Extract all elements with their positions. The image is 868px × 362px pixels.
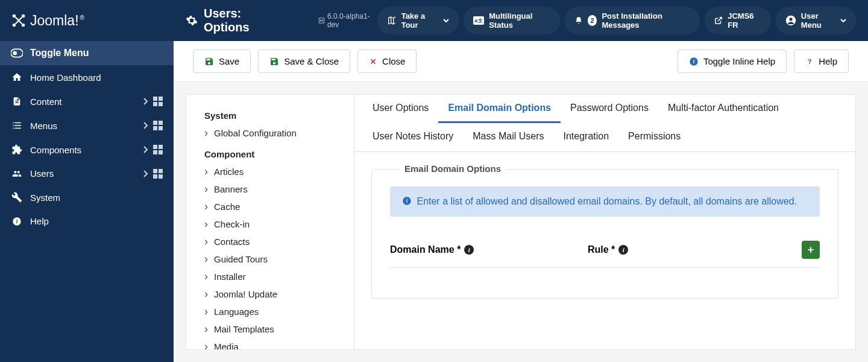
tab-email-domain-options[interactable]: Email Domain Options <box>438 95 561 123</box>
save-button[interactable]: Save <box>193 49 251 73</box>
sidebar-item-help[interactable]: iHelp <box>0 209 174 233</box>
bell-icon <box>574 16 583 25</box>
post-install-label: Post Installation Messages <box>602 11 690 30</box>
tab-password-options[interactable]: Password Options <box>561 95 658 123</box>
svg-rect-9 <box>159 102 163 106</box>
take-tour-label: Take a Tour <box>401 11 438 30</box>
question-icon: ? <box>805 57 814 66</box>
svg-rect-17 <box>159 150 163 154</box>
settings-item-contacts[interactable]: Contacts <box>204 233 336 250</box>
domain-name-header: Domain Name * i <box>390 244 588 255</box>
settings-item-media[interactable]: Media <box>204 338 336 350</box>
settings-item-global-configuration[interactable]: Global Configuration <box>204 124 336 142</box>
close-icon <box>369 57 377 66</box>
info-circle-icon: i <box>402 196 412 206</box>
sidebar-item-menus[interactable]: Menus <box>0 113 174 138</box>
svg-rect-11 <box>159 121 163 125</box>
settings-item-check-in[interactable]: Check-in <box>204 215 336 233</box>
page-title: Users: Options <box>186 7 282 34</box>
sidebar-item-label: Content <box>30 97 137 107</box>
svg-text:i: i <box>16 218 18 224</box>
sidebar: Joomla!® Toggle Menu Home DashboardConte… <box>0 0 174 362</box>
sidebar-item-label: System <box>30 192 163 203</box>
rule-header: Rule * i <box>588 244 785 255</box>
svg-rect-15 <box>159 145 163 149</box>
svg-rect-21 <box>159 174 163 179</box>
tab-multi-factor-authentication[interactable]: Multi-factor Authentication <box>658 95 788 123</box>
settings-item-joomla-update[interactable]: Joomla! Update <box>204 285 336 303</box>
settings-item-cache[interactable]: Cache <box>204 198 336 215</box>
puzzle-icon <box>11 144 23 155</box>
sidebar-item-content[interactable]: Content <box>0 89 174 113</box>
toolbar: Save Save & Close Close i Toggle Inline … <box>174 41 868 82</box>
svg-rect-7 <box>159 97 163 101</box>
sidebar-item-users[interactable]: Users <box>0 162 174 185</box>
chevron-right-icon <box>142 121 148 130</box>
multilingual-label: Multilingual Status <box>489 11 550 30</box>
user-menu-button[interactable]: User Menu <box>776 7 856 34</box>
save-close-button[interactable]: Save & Close <box>258 49 350 73</box>
tab-integration[interactable]: Integration <box>553 123 618 151</box>
grid-icon[interactable] <box>153 121 163 130</box>
tabs: User OptionsEmail Domain OptionsPassword… <box>354 95 855 152</box>
info-circle-icon: i <box>689 57 699 66</box>
info-icon[interactable]: i <box>464 245 474 255</box>
settings-item-mail-templates[interactable]: Mail Templates <box>204 320 336 338</box>
header: Users: Options 6.0.0-alpha1-dev Take a T… <box>174 0 868 41</box>
toggle-inline-help-button[interactable]: i Toggle Inline Help <box>678 49 787 73</box>
svg-rect-13 <box>159 126 163 130</box>
toggle-menu-button[interactable]: Toggle Menu <box>0 41 174 65</box>
settings-item-guided-tours[interactable]: Guided Tours <box>204 250 336 268</box>
svg-rect-10 <box>153 121 157 125</box>
tab-permissions[interactable]: Permissions <box>618 123 690 151</box>
svg-text:A文: A文 <box>474 18 483 24</box>
info-icon[interactable]: i <box>618 245 628 255</box>
add-row-button[interactable]: + <box>802 241 820 259</box>
settings-item-banners[interactable]: Banners <box>204 180 336 198</box>
external-link-icon <box>714 16 723 25</box>
system-heading: System <box>204 110 336 121</box>
grid-icon[interactable] <box>153 169 163 179</box>
chevron-right-icon <box>142 97 148 106</box>
settings-item-articles[interactable]: Articles <box>204 163 336 180</box>
user-circle-icon <box>785 15 796 26</box>
tab-mass-mail-users[interactable]: Mass Mail Users <box>463 123 553 151</box>
svg-text:?: ? <box>808 57 812 65</box>
svg-rect-14 <box>153 145 157 149</box>
svg-point-1 <box>22 14 25 17</box>
take-tour-button[interactable]: Take a Tour <box>377 7 459 34</box>
settings-sidebar: System Global Configuration Component Ar… <box>186 94 354 350</box>
svg-rect-19 <box>159 169 163 173</box>
file-icon <box>11 96 23 107</box>
grid-icon[interactable] <box>153 97 163 106</box>
gear-icon <box>186 14 198 27</box>
save-icon <box>269 57 279 66</box>
multilingual-status-button[interactable]: A文 Multilingual Status <box>464 7 559 34</box>
home-icon <box>11 72 23 83</box>
toggle-icon <box>11 48 23 58</box>
svg-rect-12 <box>153 126 157 130</box>
toggle-menu-label: Toggle Menu <box>30 48 163 59</box>
sidebar-item-components[interactable]: Components <box>0 138 174 162</box>
help-button[interactable]: ? Help <box>794 49 849 73</box>
post-install-messages-button[interactable]: 2 Post Installation Messages <box>565 7 700 34</box>
tab-user-options[interactable]: User Options <box>363 95 438 123</box>
sidebar-item-system[interactable]: System <box>0 185 174 209</box>
svg-rect-6 <box>153 97 157 101</box>
close-button[interactable]: Close <box>357 49 417 73</box>
external-link-button[interactable]: JCMS6 FR <box>705 7 771 34</box>
chevron-right-icon <box>142 170 148 178</box>
svg-rect-20 <box>153 174 157 179</box>
sidebar-item-home-dashboard[interactable]: Home Dashboard <box>0 65 174 89</box>
sidebar-item-label: Components <box>30 145 137 155</box>
info-box: i Enter a list of allowed and disallowed… <box>390 186 820 217</box>
svg-point-27 <box>789 17 792 21</box>
logo-area[interactable]: Joomla!® <box>0 0 174 41</box>
settings-item-languages[interactable]: Languages <box>204 303 336 320</box>
chevron-down-icon <box>840 17 846 24</box>
save-close-label: Save & Close <box>284 56 339 66</box>
grid-icon[interactable] <box>153 145 163 154</box>
tab-user-notes-history[interactable]: User Notes History <box>363 123 463 151</box>
settings-item-installer[interactable]: Installer <box>204 268 336 285</box>
external-link-label: JCMS6 FR <box>728 11 761 30</box>
